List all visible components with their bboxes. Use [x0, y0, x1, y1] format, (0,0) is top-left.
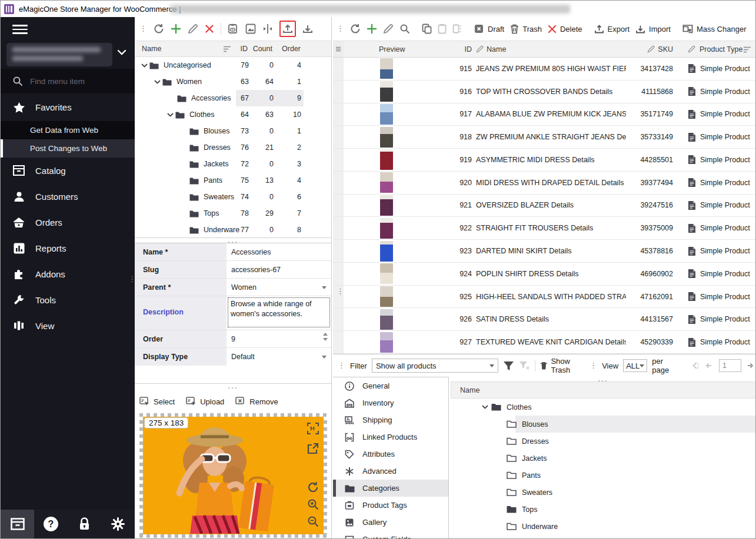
show-trash-button[interactable]: Show Trash — [540, 357, 585, 374]
tab-advanced[interactable]: Advanced — [333, 463, 448, 480]
search-input[interactable] — [30, 77, 118, 86]
edit-product-button[interactable] — [383, 24, 394, 34]
assign-category-row-selected[interactable]: Blouses — [451, 416, 755, 433]
horizontal-splitter[interactable]: ... — [135, 384, 331, 387]
copy-button[interactable] — [422, 24, 432, 34]
clear-filter-icon[interactable] — [519, 361, 530, 371]
zoom-out-icon[interactable] — [307, 515, 319, 527]
category-row[interactable]: Tops 78 29 7 — [135, 205, 331, 222]
assign-category-row[interactable]: Sweaters — [451, 484, 755, 501]
sidebar-item-addons[interactable]: Addons — [1, 261, 135, 287]
dock-settings-button[interactable] — [101, 510, 135, 538]
horizontal-splitter[interactable]: ... — [451, 377, 755, 381]
toolbar-grip[interactable]: ⋮ — [337, 28, 344, 30]
open-external-icon[interactable] — [307, 443, 319, 454]
slug-field[interactable]: accessories-67 — [227, 261, 331, 278]
first-page-button[interactable] — [691, 361, 700, 370]
category-image-preview[interactable]: 275 x 183 — [139, 413, 327, 538]
export-button[interactable]: Export — [594, 24, 630, 34]
header-grip-icon[interactable] — [333, 41, 344, 57]
previous-page-button[interactable] — [705, 361, 714, 370]
product-row[interactable]: 924 POPLIN SHIRT DRESS Details 46960902 … — [333, 263, 755, 286]
add-category-button[interactable] — [171, 24, 181, 34]
hamburger-menu-icon[interactable] — [12, 22, 28, 36]
product-row[interactable]: 925 HIGH-HEEL SANDALS WITH PADDED STRAPS… — [333, 286, 755, 309]
store-selector[interactable] — [1, 42, 135, 69]
tab-product-tags[interactable]: Product Tags — [333, 497, 448, 514]
image-edit-button[interactable] — [245, 24, 256, 34]
page-number-input[interactable] — [719, 359, 741, 372]
refresh-button[interactable] — [350, 24, 361, 34]
add-product-button[interactable] — [367, 24, 377, 34]
sidebar-item-favorites[interactable]: Favorites — [1, 93, 135, 121]
paste-special-button[interactable] — [452, 24, 462, 34]
upload-image-button[interactable]: Upload — [186, 397, 230, 406]
product-row[interactable]: 915 JEANS ZW PREMIUM 80S HIGH WAIST FIER… — [333, 58, 755, 81]
dock-help-button[interactable]: ? — [34, 510, 68, 538]
actual-size-icon[interactable] — [307, 423, 319, 434]
tab-attributes[interactable]: Attributes — [333, 446, 448, 463]
category-row[interactable]: Blouses 73 0 1 — [135, 123, 331, 139]
refresh-button[interactable] — [154, 24, 164, 34]
category-row[interactable]: Dresses 76 21 2 — [135, 139, 331, 156]
sidebar-item-view[interactable]: View — [1, 313, 135, 339]
product-row[interactable]: 922 STRAIGHT FIT TROUSERS Details 393750… — [333, 217, 755, 240]
search-button[interactable] — [399, 24, 410, 34]
import-button[interactable]: Import — [635, 24, 671, 34]
chevron-down-icon[interactable] — [154, 80, 162, 84]
dock-lock-button[interactable] — [68, 510, 101, 538]
remove-image-button[interactable]: Remove — [235, 397, 284, 406]
product-row[interactable]: 919 ASYMMETRIC MIDI DRESS Details 442855… — [333, 149, 755, 172]
assign-category-row[interactable]: Underware — [451, 518, 755, 535]
order-stepper[interactable]: 9 — [227, 330, 331, 347]
description-textarea[interactable]: Browse a whide range of women's accessor… — [228, 297, 330, 327]
apply-filter-icon[interactable] — [503, 361, 514, 371]
chevron-down-icon[interactable] — [482, 405, 491, 409]
zoom-in-icon[interactable] — [307, 498, 319, 510]
assign-category-row[interactable]: Jackets — [451, 450, 755, 467]
tab-linked-products[interactable]: Linked Products — [333, 428, 448, 446]
dock-catalog-button[interactable] — [1, 510, 34, 538]
gutter-splitter-handle[interactable]: ⋮ — [337, 290, 344, 293]
name-field[interactable]: Accessories — [227, 243, 331, 260]
product-row[interactable]: 927 TEXTURED WEAVE KNIT CARDIGAN Details… — [333, 331, 755, 354]
horizontal-splitter[interactable]: ... — [135, 237, 331, 243]
trash-button[interactable]: Trash — [510, 24, 542, 34]
view-per-page-select[interactable]: ALL — [623, 359, 647, 372]
category-row[interactable]: Clothes 64 63 10 — [135, 106, 331, 123]
column-order[interactable]: Order — [282, 45, 301, 53]
draft-button[interactable]: Draft — [474, 24, 504, 34]
category-row[interactable]: Women 63 64 1 — [135, 73, 331, 90]
paste-button[interactable] — [438, 24, 447, 34]
category-row[interactable]: Sweaters 74 0 6 — [135, 189, 331, 205]
chevron-down-icon[interactable] — [167, 113, 175, 117]
toolbar-grip[interactable]: ⋮ — [590, 364, 597, 367]
product-row[interactable]: 917 ALABAMA BLUE ZW PREMIUM KICK JEANS D… — [333, 103, 755, 126]
product-row[interactable]: 920 MIDI DRESS WITH DRAPED DETAIL Detail… — [333, 172, 755, 195]
category-row[interactable]: Uncategorised 79 0 4 — [135, 57, 331, 73]
column-sku[interactable]: SKU — [626, 45, 673, 53]
column-name[interactable]: Name — [460, 386, 479, 394]
column-name[interactable]: Name — [135, 45, 161, 53]
product-row[interactable]: 923 DARTED MINI SKIRT Details 45378816 S… — [333, 240, 755, 263]
tab-categories[interactable]: Categories — [333, 480, 448, 497]
assign-category-row[interactable]: Clothes — [451, 399, 755, 416]
preview-clipboard-button[interactable] — [228, 24, 239, 34]
sidebar-item-get-data[interactable]: Get Data from Web — [1, 121, 135, 139]
filter-select[interactable]: Show all products — [372, 359, 498, 373]
assign-category-row[interactable]: Dresses — [451, 433, 755, 450]
column-name[interactable]: Name — [472, 45, 626, 53]
split-view-button[interactable] — [262, 24, 273, 34]
category-row[interactable]: Pants 75 13 4 — [135, 172, 331, 189]
select-image-button[interactable]: Select — [139, 397, 181, 406]
tab-general[interactable]: General — [333, 377, 448, 394]
product-row[interactable]: 918 ZW PREMIUM ANKLE STRAIGHT JEANS Deta… — [333, 126, 755, 149]
assign-category-row[interactable]: Pants — [451, 467, 755, 484]
assign-category-row-assigned[interactable]: Tops — [451, 501, 755, 518]
next-page-button[interactable] — [746, 361, 755, 370]
column-id[interactable]: ID — [457, 45, 472, 53]
mass-changer-button[interactable]: Mass Changer — [682, 24, 747, 34]
upload-image-button-highlighted[interactable] — [279, 21, 296, 37]
sidebar-item-reports[interactable]: Reports — [1, 235, 135, 261]
sidebar-item-catalog[interactable]: Catalog — [1, 158, 135, 183]
